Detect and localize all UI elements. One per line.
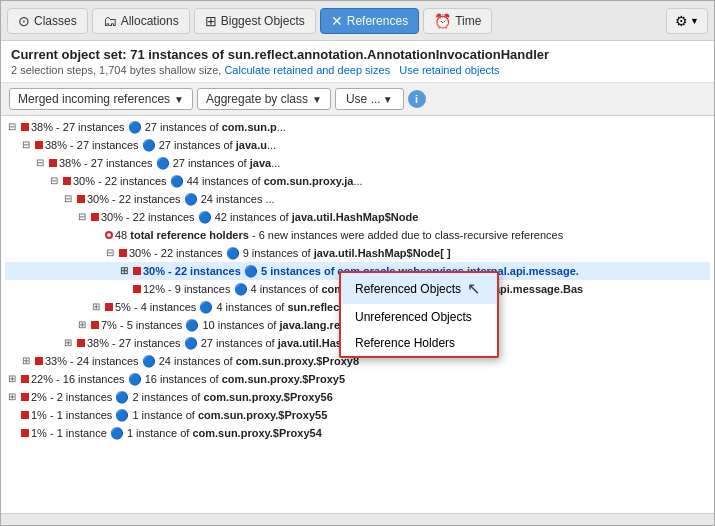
gear-dropdown-icon: ▼ bbox=[690, 16, 699, 26]
red-square-icon bbox=[77, 195, 85, 203]
tab-references[interactable]: ✕ References bbox=[320, 8, 419, 34]
tree-row: ⊟ 38% - 27 instances 🔵 27 instances of c… bbox=[5, 118, 710, 136]
horizontal-scrollbar[interactable] bbox=[1, 513, 714, 525]
expand-icon[interactable]: ⊟ bbox=[75, 209, 89, 225]
red-square-icon bbox=[77, 339, 85, 347]
controls-row: Merged incoming references ▼ Aggregate b… bbox=[1, 83, 714, 116]
tree-row: 1% - 1 instances 🔵 1 instance of com.sun… bbox=[5, 406, 710, 424]
info-title: Current object set: 71 instances of sun.… bbox=[11, 47, 704, 62]
info-button[interactable]: i bbox=[408, 90, 426, 108]
expand-icon[interactable]: ⊞ bbox=[117, 263, 131, 279]
use-dropdown-arrow: ▼ bbox=[383, 94, 393, 105]
biggest-objects-icon: ⊞ bbox=[205, 13, 217, 29]
tree-row: ⊟ 30% - 22 instances 🔵 24 instances ... bbox=[5, 190, 710, 208]
merged-incoming-dropdown[interactable]: Merged incoming references ▼ bbox=[9, 88, 193, 110]
red-square-icon bbox=[21, 429, 29, 437]
tab-allocations[interactable]: 🗂 Allocations bbox=[92, 8, 190, 34]
aggregate-by-class-dropdown[interactable]: Aggregate by class ▼ bbox=[197, 88, 331, 110]
expand-icon[interactable]: ⊟ bbox=[103, 245, 117, 261]
tree-row: ⊞ 2% - 2 instances 🔵 2 instances of com.… bbox=[5, 388, 710, 406]
red-square-icon bbox=[35, 357, 43, 365]
tab-time[interactable]: ⏰ Time bbox=[423, 8, 492, 34]
expand-icon[interactable]: ⊞ bbox=[5, 371, 19, 387]
use-dropdown-menu: Referenced Objects ↖ Unreferenced Object… bbox=[339, 271, 499, 358]
gear-icon: ⚙ bbox=[675, 13, 688, 29]
red-square-icon bbox=[91, 321, 99, 329]
tree-row: ⊞ 22% - 16 instances 🔵 16 instances of c… bbox=[5, 370, 710, 388]
tree-row: ⊟ 38% - 27 instances 🔵 27 instances of j… bbox=[5, 154, 710, 172]
tab-classes[interactable]: ⊙ Classes bbox=[7, 8, 88, 34]
use-dropdown-button[interactable]: Use ... ▼ bbox=[335, 88, 404, 110]
dropdown-item-unreferenced-objects[interactable]: Unreferenced Objects bbox=[341, 304, 497, 330]
info-bar: Current object set: 71 instances of sun.… bbox=[1, 41, 714, 83]
expand-icon[interactable]: ⊞ bbox=[75, 317, 89, 333]
expand-icon[interactable]: ⊞ bbox=[5, 389, 19, 405]
red-square-icon bbox=[21, 375, 29, 383]
tree-row: ⊟ 38% - 27 instances 🔵 27 instances of j… bbox=[5, 136, 710, 154]
red-square-icon bbox=[35, 141, 43, 149]
settings-button[interactable]: ⚙ ▼ bbox=[666, 8, 708, 34]
tree-row: ⊟ 30% - 22 instances 🔵 9 instances of ja… bbox=[5, 244, 710, 262]
expand-icon[interactable]: ⊟ bbox=[5, 119, 19, 135]
dropdown-item-referenced-objects[interactable]: Referenced Objects ↖ bbox=[341, 273, 497, 304]
time-icon: ⏰ bbox=[434, 13, 451, 29]
use-retained-link[interactable]: Use retained objects bbox=[399, 64, 499, 76]
tab-biggest-objects[interactable]: ⊞ Biggest Objects bbox=[194, 8, 316, 34]
red-square-icon bbox=[133, 285, 141, 293]
dropdown-item-reference-holders[interactable]: Reference Holders bbox=[341, 330, 497, 356]
main-window: ⊙ Classes 🗂 Allocations ⊞ Biggest Object… bbox=[0, 0, 715, 526]
red-square-icon bbox=[63, 177, 71, 185]
expand-icon[interactable]: ⊟ bbox=[61, 191, 75, 207]
classes-icon: ⊙ bbox=[18, 13, 30, 29]
toolbar: ⊙ Classes 🗂 Allocations ⊞ Biggest Object… bbox=[1, 1, 714, 41]
red-square-icon bbox=[21, 123, 29, 131]
expand-icon[interactable]: ⊟ bbox=[19, 137, 33, 153]
aggregate-dropdown-arrow: ▼ bbox=[312, 94, 322, 105]
references-icon: ✕ bbox=[331, 13, 343, 29]
red-square-icon bbox=[49, 159, 57, 167]
red-square-icon bbox=[21, 393, 29, 401]
tree-row: 48 total reference holders - 6 new insta… bbox=[5, 226, 710, 244]
tree-area[interactable]: ⊟ 38% - 27 instances 🔵 27 instances of c… bbox=[1, 116, 714, 513]
tree-row: 1% - 1 instance 🔵 1 instance of com.sun.… bbox=[5, 424, 710, 442]
calculate-retained-link[interactable]: Calculate retained and deep sizes bbox=[224, 64, 390, 76]
allocations-icon: 🗂 bbox=[103, 13, 117, 29]
red-square-icon bbox=[21, 411, 29, 419]
red-square-icon bbox=[119, 249, 127, 257]
expand-icon[interactable]: ⊞ bbox=[89, 299, 103, 315]
merge-dropdown-arrow: ▼ bbox=[174, 94, 184, 105]
expand-icon[interactable]: ⊞ bbox=[19, 353, 33, 369]
tree-row: ⊟ 30% - 22 instances 🔵 44 instances of c… bbox=[5, 172, 710, 190]
red-circle-icon bbox=[105, 231, 113, 239]
expand-icon[interactable]: ⊟ bbox=[47, 173, 61, 189]
cursor-indicator: ↖ bbox=[467, 279, 480, 298]
red-square-icon bbox=[133, 267, 141, 275]
expand-icon[interactable]: ⊟ bbox=[33, 155, 47, 171]
info-subtitle: 2 selection steps, 1,704 bytes shallow s… bbox=[11, 64, 704, 76]
red-square-icon bbox=[91, 213, 99, 221]
expand-icon[interactable]: ⊞ bbox=[61, 335, 75, 351]
tree-row: ⊟ 30% - 22 instances 🔵 42 instances of j… bbox=[5, 208, 710, 226]
red-square-icon bbox=[105, 303, 113, 311]
